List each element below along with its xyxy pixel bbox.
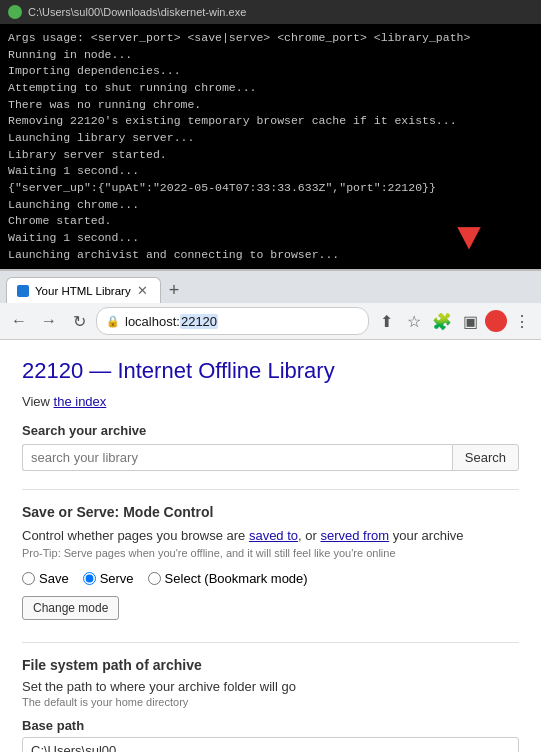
terminal-line-6: Launching library server... xyxy=(8,130,533,147)
divider-2 xyxy=(22,642,519,643)
terminal-line-3: Attempting to shut running chrome... xyxy=(8,80,533,97)
menu-icon: ⋮ xyxy=(514,312,530,331)
tab-favicon xyxy=(17,285,29,297)
mode-desc-prefix: Control whether pages you browse are xyxy=(22,528,249,543)
mode-desc-suffix: your archive xyxy=(389,528,463,543)
terminal-line-13: Launching archivist and connecting to br… xyxy=(8,247,533,264)
mode-tip: Pro-Tip: Serve pages when you're offline… xyxy=(22,547,519,559)
view-index: View the index xyxy=(22,394,519,409)
search-section-label: Search your archive xyxy=(22,423,519,438)
address-url: localhost:22120 xyxy=(125,314,218,329)
page-title: 22120 — Internet Offline Library xyxy=(22,358,519,384)
tab-close-icon[interactable]: ✕ xyxy=(137,283,148,298)
page-title-rest: — Internet Offline Library xyxy=(83,358,335,383)
url-protocol: localhost: xyxy=(125,314,180,329)
radio-save[interactable] xyxy=(22,572,35,585)
radio-select-text: Select (Bookmark mode) xyxy=(165,571,308,586)
terminal-body: Args usage: <server_port> <save|serve> <… xyxy=(0,24,541,269)
browser-tabs: Your HTML Library ✕ + xyxy=(0,271,541,303)
radio-select[interactable] xyxy=(148,572,161,585)
terminal-title: C:\Users\sul00\Downloads\diskernet-win.e… xyxy=(28,6,246,18)
reload-icon: ↻ xyxy=(73,312,86,331)
terminal-titlebar: C:\Users\sul00\Downloads\diskernet-win.e… xyxy=(0,0,541,24)
menu-button[interactable]: ⋮ xyxy=(509,308,535,334)
radio-serve-text: Serve xyxy=(100,571,134,586)
forward-button[interactable]: → xyxy=(36,308,62,334)
bookmark-button[interactable]: ☆ xyxy=(401,308,427,334)
page-title-port: 22120 xyxy=(22,358,83,383)
view-index-prefix: View xyxy=(22,394,54,409)
back-button[interactable]: ← xyxy=(6,308,32,334)
bookmark-icon: ☆ xyxy=(407,312,421,331)
terminal-line-9: {"server_up":{"upAt":"2022-05-04T07:33:3… xyxy=(8,180,533,197)
terminal-line-11: Chrome started. xyxy=(8,213,533,230)
served-from-label: served from xyxy=(320,528,389,543)
saved-to-link[interactable]: saved to xyxy=(249,528,298,543)
browser-window: Your HTML Library ✕ + ← → ↻ 🔒 localhost:… xyxy=(0,269,541,752)
search-input[interactable] xyxy=(22,444,452,471)
browser-chrome: Your HTML Library ✕ + ← → ↻ 🔒 localhost:… xyxy=(0,271,541,340)
mode-desc: Control whether pages you browse are sav… xyxy=(22,528,519,543)
mode-desc-mid: , or xyxy=(298,528,320,543)
fs-desc: Set the path to where your archive folde… xyxy=(22,679,519,694)
terminal-icon xyxy=(8,5,22,19)
url-port: 22120 xyxy=(180,314,218,329)
search-button[interactable]: Search xyxy=(452,444,519,471)
forward-icon: → xyxy=(41,312,57,330)
share-icon: ⬆ xyxy=(380,312,393,331)
radio-serve-label[interactable]: Serve xyxy=(83,571,134,586)
terminal-line-1: Running in node... xyxy=(8,47,533,64)
the-index-label: the index xyxy=(54,394,107,409)
terminal-line-10: Launching chrome... xyxy=(8,197,533,214)
fs-subdesc: The default is your home directory xyxy=(22,696,519,708)
terminal-line-8: Waiting 1 second... xyxy=(8,163,533,180)
sidebar-icon: ▣ xyxy=(463,312,478,331)
base-path-input[interactable] xyxy=(22,737,519,752)
radio-serve[interactable] xyxy=(83,572,96,585)
back-icon: ← xyxy=(11,312,27,330)
change-mode-button[interactable]: Change mode xyxy=(22,596,119,620)
browser-nav: ← → ↻ 🔒 localhost:22120 ⬆ ☆ xyxy=(0,303,541,340)
radio-save-text: Save xyxy=(39,571,69,586)
sidebar-button[interactable]: ▣ xyxy=(457,308,483,334)
red-arrow-icon: ▼ xyxy=(457,219,481,259)
lock-icon: 🔒 xyxy=(106,315,120,328)
share-button[interactable]: ⬆ xyxy=(373,308,399,334)
radio-save-label[interactable]: Save xyxy=(22,571,69,586)
terminal-line-12: Waiting 1 second... xyxy=(8,230,533,247)
divider-1 xyxy=(22,489,519,490)
fs-section-title: File system path of archive xyxy=(22,657,519,673)
page-title-link[interactable]: 22120 — Internet Offline Library xyxy=(22,358,335,383)
address-bar[interactable]: 🔒 localhost:22120 xyxy=(96,307,369,335)
active-tab[interactable]: Your HTML Library ✕ xyxy=(6,277,161,303)
radio-group: Save Serve Select (Bookmark mode) xyxy=(22,571,519,586)
served-from-link[interactable]: served from xyxy=(320,528,389,543)
search-row: Search xyxy=(22,444,519,471)
terminal-line-0: Args usage: <server_port> <save|serve> <… xyxy=(8,30,533,47)
base-path-label: Base path xyxy=(22,718,519,733)
terminal-window: C:\Users\sul00\Downloads\diskernet-win.e… xyxy=(0,0,541,269)
terminal-line-4: There was no running chrome. xyxy=(8,97,533,114)
page-content: 22120 — Internet Offline Library View th… xyxy=(0,340,541,752)
saved-to-label: saved to xyxy=(249,528,298,543)
tab-title: Your HTML Library xyxy=(35,285,131,297)
the-index-link[interactable]: the index xyxy=(54,394,107,409)
radio-select-label[interactable]: Select (Bookmark mode) xyxy=(148,571,308,586)
profile-button[interactable] xyxy=(485,310,507,332)
reload-button[interactable]: ↻ xyxy=(66,308,92,334)
nav-right-icons: ⬆ ☆ 🧩 ▣ ⋮ xyxy=(373,308,535,334)
extensions-icon: 🧩 xyxy=(432,312,452,331)
terminal-line-5: Removing 22120's existing temporary brow… xyxy=(8,113,533,130)
mode-section-title: Save or Serve: Mode Control xyxy=(22,504,519,520)
new-tab-button[interactable]: + xyxy=(163,280,186,301)
terminal-line-7: Library server started. xyxy=(8,147,533,164)
terminal-line-2: Importing dependencies... xyxy=(8,63,533,80)
extensions-button[interactable]: 🧩 xyxy=(429,308,455,334)
